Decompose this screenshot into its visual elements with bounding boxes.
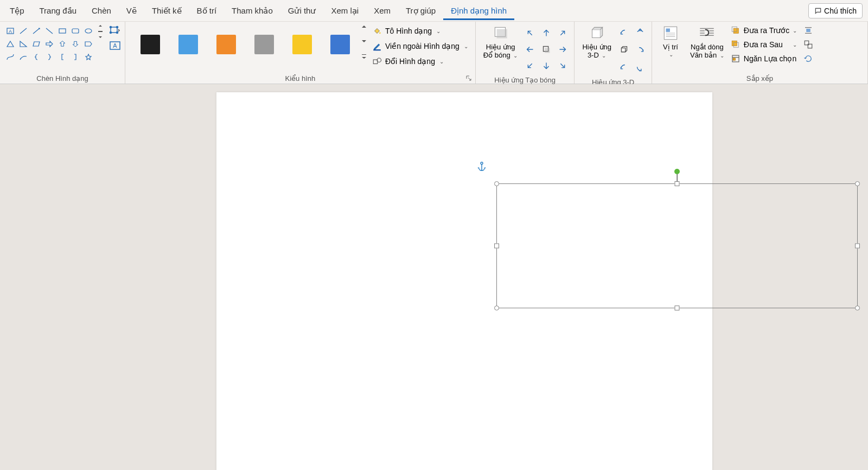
handle-s[interactable] <box>675 306 680 310</box>
shape-rect[interactable] <box>56 25 68 37</box>
shadow-nudge-down-left[interactable] <box>523 59 537 73</box>
textbox-button[interactable]: A <box>108 39 122 52</box>
rotation-handle[interactable] <box>674 169 680 174</box>
shadow-nudge-grid <box>522 24 571 75</box>
tab-review[interactable]: Xem lại <box>323 2 366 20</box>
rotate-icon <box>803 54 813 63</box>
svg-rect-3 <box>72 29 79 33</box>
handle-w[interactable] <box>494 244 499 249</box>
tab-shape-format[interactable]: Định dạng hình <box>443 2 514 20</box>
shadow-effects-button[interactable]: Hiệu ứng Đổ bóng ⌄ <box>479 24 522 61</box>
shapes-gallery[interactable]: A <box>3 24 95 64</box>
shape-brace-r[interactable] <box>43 51 55 63</box>
shadow-nudge-up-left[interactable] <box>523 26 537 40</box>
tilt-left[interactable] <box>617 26 631 40</box>
shape-roundrect[interactable] <box>69 25 81 37</box>
shape-line3[interactable] <box>43 25 55 37</box>
position-button[interactable]: Vị trí ⌄ <box>655 24 686 59</box>
tab-file[interactable]: Tệp <box>2 2 32 20</box>
shape-triangle[interactable] <box>4 38 16 50</box>
shape-pentagon[interactable] <box>82 38 94 50</box>
shadow-toggle[interactable] <box>539 42 553 56</box>
handle-ne[interactable] <box>855 181 860 186</box>
style-swatch-1[interactable] <box>171 27 206 62</box>
tab-view[interactable]: Xem <box>366 2 398 20</box>
wrap-text-icon <box>698 25 716 41</box>
svg-rect-19 <box>545 48 550 53</box>
tab-insert[interactable]: Chèn <box>84 2 119 20</box>
handle-se[interactable] <box>855 306 860 310</box>
document-canvas[interactable] <box>0 84 868 470</box>
svg-text:A: A <box>113 42 117 49</box>
style-swatch-3[interactable] <box>247 27 282 62</box>
tilt-right[interactable] <box>633 43 647 58</box>
shadow-nudge-left[interactable] <box>523 42 537 56</box>
shape-outline-button[interactable]: Viền ngoài Hình dạng⌄ <box>371 40 470 52</box>
comments-button-label: Chú thích <box>824 7 857 15</box>
tilt-down[interactable] <box>617 61 631 75</box>
edit-shape-button[interactable] <box>108 24 122 37</box>
align-button[interactable] <box>802 25 814 36</box>
shadow-nudge-down[interactable] <box>539 59 553 73</box>
shape-styles-launcher[interactable] <box>465 74 473 81</box>
shadow-nudge-up-right[interactable] <box>556 26 570 40</box>
shape-line2[interactable] <box>30 25 42 37</box>
shape-fill-button[interactable]: Tô Hình dạng⌄ <box>371 25 470 37</box>
tab-help[interactable]: Trợ giúp <box>398 2 443 20</box>
tilt-center[interactable] <box>617 43 631 58</box>
svg-point-4 <box>85 29 92 33</box>
shape-bracket-r[interactable] <box>69 51 81 63</box>
handle-sw[interactable] <box>494 306 499 310</box>
handle-n[interactable] <box>675 181 680 186</box>
tab-home[interactable]: Trang đầu <box>32 2 84 20</box>
style-swatch-0[interactable] <box>133 27 168 62</box>
style-swatch-5[interactable] <box>323 27 358 62</box>
style-swatch-2[interactable] <box>209 27 244 62</box>
handle-nw[interactable] <box>494 181 499 186</box>
ribbon: A A Chèn Hình dạng <box>0 22 868 84</box>
tab-mailings[interactable]: Gửi thư <box>280 2 324 20</box>
shape-rtriangle[interactable] <box>17 38 29 50</box>
tab-draw[interactable]: Vẽ <box>119 2 144 20</box>
send-backward-button[interactable]: Đưa ra Sau ⌄ <box>730 39 799 50</box>
shape-rarrow[interactable] <box>43 38 55 50</box>
shape-star[interactable] <box>82 51 94 63</box>
tab-layout[interactable]: Bố trí <box>189 2 225 20</box>
selected-rectangle-shape[interactable] <box>496 183 858 308</box>
bring-forward-label: Đưa ra Trước <box>744 26 790 35</box>
effects-3d-button[interactable]: Hiệu ứng 3-D ⌄ <box>578 24 616 61</box>
shape-oval[interactable] <box>82 25 94 37</box>
comments-button[interactable]: Chú thích <box>808 3 863 18</box>
shape-parallelogram[interactable] <box>30 38 42 50</box>
shape-line[interactable] <box>17 25 29 37</box>
tilt-up[interactable] <box>633 26 647 40</box>
shape-brace-l[interactable] <box>30 51 42 63</box>
style-gallery[interactable] <box>131 24 360 65</box>
shape-bracket-l[interactable] <box>56 51 68 63</box>
group-button[interactable] <box>802 39 814 50</box>
shape-arc[interactable] <box>17 51 29 63</box>
shadow-nudge-down-right[interactable] <box>556 59 570 73</box>
handle-e[interactable] <box>855 244 860 249</box>
shape-textbox[interactable]: A <box>4 25 16 37</box>
textbox-icon: A <box>108 39 122 52</box>
rotate-button[interactable] <box>802 53 814 64</box>
change-shape-button[interactable]: Đổi Hình dạng⌄ <box>371 55 470 67</box>
shape-uarrow[interactable] <box>56 38 68 50</box>
selection-pane-button[interactable]: Ngăn Lựa chọn <box>730 53 799 64</box>
style-gallery-scroll[interactable] <box>360 24 368 59</box>
page[interactable] <box>216 92 712 470</box>
shadow-nudge-right[interactable] <box>556 42 570 56</box>
shape-darrow[interactable] <box>69 38 81 50</box>
wrap-text-button[interactable]: Ngắt dòng Văn bản ⌄ <box>686 24 729 61</box>
shape-curve[interactable] <box>4 51 16 63</box>
shadow-label-1: Hiệu ứng <box>486 43 515 52</box>
shapes-more-button[interactable] <box>97 24 104 39</box>
tab-design[interactable]: Thiết kế <box>144 2 189 20</box>
svg-point-8 <box>110 32 112 34</box>
shadow-nudge-up[interactable] <box>539 26 553 40</box>
bring-forward-button[interactable]: Đưa ra Trước ⌄ <box>730 25 799 36</box>
tilt-down-right[interactable] <box>633 61 647 75</box>
style-swatch-4[interactable] <box>285 27 320 62</box>
tab-references[interactable]: Tham khảo <box>224 2 280 20</box>
